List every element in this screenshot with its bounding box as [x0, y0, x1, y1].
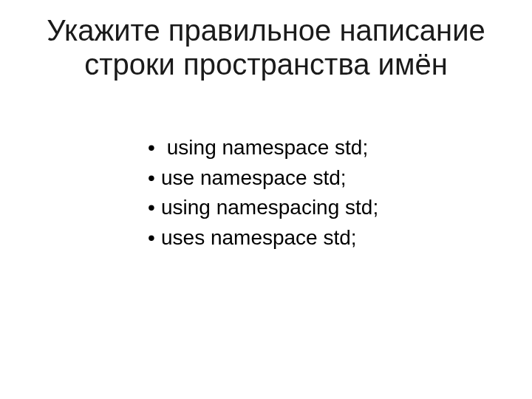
bullet-icon: •: [148, 133, 161, 163]
option-text: use namespace std;: [161, 166, 347, 189]
list-item: • using namespace std;: [148, 133, 443, 163]
option-text: using namespace std;: [161, 136, 368, 159]
bullet-icon: •: [148, 193, 161, 223]
options-list: • using namespace std; •use namespace st…: [148, 133, 443, 253]
list-item: •using namespacing std;: [148, 193, 443, 223]
slide: Укажите правильное написание строки прос…: [0, 0, 532, 399]
slide-title: Укажите правильное написание строки прос…: [0, 13, 532, 81]
list-item: •use namespace std;: [148, 163, 443, 194]
bullet-icon: •: [148, 163, 161, 194]
option-text: uses namespace std;: [161, 226, 357, 249]
title-line-1: Укажите правильное написание: [47, 14, 485, 47]
list-item: •uses namespace std;: [148, 223, 443, 253]
option-text: using namespacing std;: [161, 196, 378, 219]
title-line-2: строки пространства имён: [84, 48, 447, 81]
bullet-icon: •: [148, 223, 161, 253]
